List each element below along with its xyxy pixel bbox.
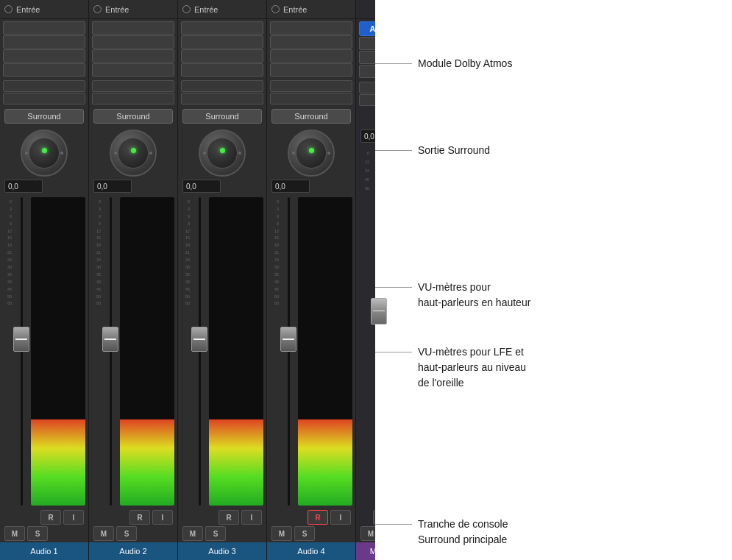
plugin-slot-1c[interactable] <box>3 49 85 63</box>
plugin-slot-2b[interactable] <box>92 35 174 49</box>
send-slot-4a[interactable] <box>270 80 352 92</box>
panner-knob-3[interactable] <box>199 130 246 177</box>
panner-knob-1[interactable] <box>21 130 68 177</box>
s-btn-3[interactable]: S <box>205 526 226 541</box>
send-slot-2a[interactable] <box>92 80 174 92</box>
s-btn-4[interactable]: S <box>294 526 315 541</box>
fader-track-4[interactable] <box>280 197 296 506</box>
m-btn-3[interactable]: M <box>182 526 203 541</box>
plugin-slot-3c[interactable] <box>181 49 263 63</box>
s-btn-2[interactable]: S <box>116 526 137 541</box>
fader-track-1[interactable] <box>13 197 29 506</box>
plugin-slot-4c[interactable] <box>270 49 352 63</box>
scale-3: 0 3 6 9 12 15 18 21 24 30 35 40 45 50 60 <box>181 197 190 506</box>
send-slot-1a[interactable] <box>3 80 85 92</box>
i-btn-2[interactable]: I <box>152 510 173 525</box>
meter-2 <box>120 197 174 506</box>
panner-left-dot-1 <box>25 152 28 155</box>
surround-btn-3[interactable]: Surround <box>182 109 262 124</box>
plugin-slot-2d[interactable] <box>92 63 174 77</box>
panner-knob-2[interactable] <box>110 130 157 177</box>
fader-knob-3[interactable] <box>191 327 207 352</box>
send-slot-3b[interactable] <box>181 93 263 104</box>
m-btn-4[interactable]: M <box>271 526 292 541</box>
fader-knob-1[interactable] <box>13 327 29 352</box>
input-row-4[interactable]: Entrée <box>267 0 355 19</box>
volume-display-1[interactable]: 0,0 <box>4 180 43 193</box>
plugin-slot-3a[interactable] <box>181 21 263 35</box>
fader-track-3[interactable] <box>191 197 207 506</box>
plugin-slots-3 <box>178 19 266 79</box>
mixer-container: Entrée Surround <box>0 0 732 560</box>
annotation-connector-vu-hauteur: VU-mètres pourhaut-parleurs en hauteur <box>375 280 530 311</box>
channel-name-4: Audio 4 <box>297 547 324 556</box>
fader-knob-2[interactable] <box>102 327 118 352</box>
panner-left-dot-2 <box>114 152 117 155</box>
fader-knob-4[interactable] <box>280 327 296 352</box>
annotation-connector-vu-lfe: VU-mètres pour LFE ethaut-parleurs au ni… <box>375 344 526 391</box>
panner-area-3 <box>178 127 266 178</box>
plugin-slot-1a[interactable] <box>3 21 85 35</box>
send-slot-3a[interactable] <box>181 80 263 92</box>
surround-btn-1[interactable]: Surround <box>4 109 84 124</box>
plugin-slots-2 <box>89 19 177 79</box>
surround-btn-2[interactable]: Surround <box>93 109 173 124</box>
m-btn-2[interactable]: M <box>93 526 114 541</box>
plugin-slot-4a[interactable] <box>270 21 352 35</box>
channel-name-bar-1: Audio 1 <box>0 542 88 560</box>
fader-area-1: 0 3 6 9 12 15 18 21 24 30 35 40 45 50 60 <box>0 194 88 508</box>
volume-display-3[interactable]: 0,0 <box>182 180 221 193</box>
send-slot-1b[interactable] <box>3 93 85 104</box>
i-btn-3[interactable]: I <box>241 510 262 525</box>
r-btn-3[interactable]: R <box>218 510 239 525</box>
m-btn-1[interactable]: M <box>4 526 25 541</box>
panner-right-dot-2 <box>149 152 152 155</box>
meter-3 <box>209 197 263 506</box>
channel-strip-audio2: Entrée Surround <box>89 0 178 560</box>
annotation-text-atmos: Module Dolby Atmos <box>418 57 512 69</box>
plugin-slot-3b[interactable] <box>181 35 263 49</box>
volume-row-4: 0,0 <box>267 178 355 194</box>
send-slot-4b[interactable] <box>270 93 352 104</box>
annotation-connector-tranche: Tranche de consoleSurround principale <box>375 517 508 547</box>
plugin-slot-2a[interactable] <box>92 21 174 35</box>
volume-display-2[interactable]: 0,0 <box>93 180 132 193</box>
input-row-3[interactable]: Entrée <box>178 0 266 19</box>
fader-track-2[interactable] <box>102 197 118 506</box>
bottom-controls-3: R I M S <box>178 508 266 542</box>
r-btn-2[interactable]: R <box>129 510 150 525</box>
fader-knob-master[interactable] <box>371 298 387 325</box>
panner-right-dot-4 <box>327 152 330 155</box>
panner-knob-4[interactable] <box>288 130 335 177</box>
plugin-slot-1b[interactable] <box>3 35 85 49</box>
channel-name-bar-3: Audio 3 <box>178 542 266 560</box>
r-btn-4[interactable]: R <box>308 510 328 525</box>
panner-dot-1 <box>42 148 47 153</box>
plugin-slot-3d[interactable] <box>181 63 263 77</box>
input-row-2[interactable]: Entrée <box>89 0 177 19</box>
surround-btn-4[interactable]: Surround <box>271 109 351 124</box>
channel-strip-audio4: Entrée Surround <box>267 0 356 560</box>
mixer-channels: Entrée Surround <box>0 0 375 560</box>
i-btn-4[interactable]: I <box>330 510 351 525</box>
send-slot-2b[interactable] <box>92 93 174 104</box>
plugin-slot-4b[interactable] <box>270 35 352 49</box>
plugin-slot-1d[interactable] <box>3 63 85 77</box>
r-btn-1[interactable]: R <box>40 510 61 525</box>
volume-display-4[interactable]: 0,0 <box>271 180 310 193</box>
bottom-controls-2: R I M S <box>89 508 177 542</box>
annotations-panel: Module Dolby Atmos Sortie Surround VU-mè… <box>375 0 732 560</box>
channel-name-bar-4: Audio 4 <box>267 542 355 560</box>
input-row-1[interactable]: Entrée <box>0 0 88 19</box>
plugin-slots-1 <box>0 19 88 79</box>
i-btn-1[interactable]: I <box>63 510 84 525</box>
plugin-slot-2c[interactable] <box>92 49 174 63</box>
input-label-3: Entrée <box>194 5 218 14</box>
plugin-slot-4d[interactable] <box>270 63 352 77</box>
channel-strip-audio1: Entrée Surround <box>0 0 89 560</box>
input-indicator-2 <box>93 5 102 13</box>
surround-section-3: Surround <box>178 106 266 127</box>
s-btn-1[interactable]: S <box>27 526 48 541</box>
annotation-text-tranche: Tranche de consoleSurround principale <box>418 517 508 547</box>
scale-4: 0 3 6 9 12 15 18 21 24 30 35 40 45 50 60 <box>270 197 279 506</box>
